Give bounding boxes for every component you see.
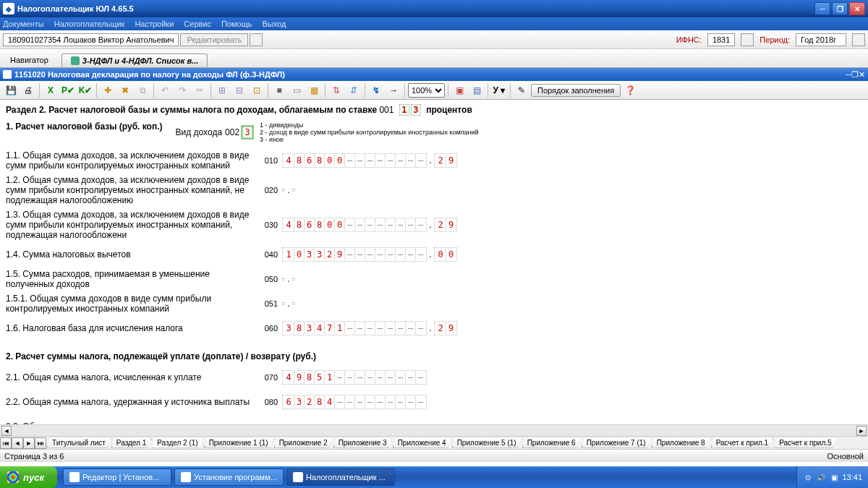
tray-icon-1[interactable]: ⊙ — [803, 472, 813, 482]
digit-cell[interactable]: – — [375, 249, 385, 260]
digit-cell[interactable]: – — [405, 249, 415, 260]
digit-cell[interactable]: – — [375, 396, 385, 408]
sheet-tab[interactable]: Приложение 7 (1) — [582, 438, 651, 448]
start-button[interactable]: пуск — [0, 466, 57, 488]
digit-cell[interactable]: – — [365, 155, 375, 166]
digit-cell[interactable]: – — [395, 155, 405, 166]
digit-cell[interactable]: – — [365, 372, 375, 383]
copy-icon[interactable]: ⧉ — [135, 82, 150, 98]
next-icon[interactable]: → — [386, 82, 401, 98]
digit-cell[interactable]: – — [354, 249, 365, 260]
prev-tab-button[interactable]: ◄ — [12, 437, 23, 449]
digit-cell[interactable]: – — [375, 219, 385, 231]
menu-exit[interactable]: Выход — [263, 20, 286, 28]
doc-minimize-button[interactable]: ─ — [846, 70, 851, 79]
period-value[interactable]: Год 2018г — [796, 33, 846, 46]
digit-cell[interactable]: 3 — [304, 322, 314, 334]
rate-cell-2[interactable]: 3 — [411, 104, 421, 116]
check-k-icon[interactable]: K✔ — [77, 82, 93, 98]
digit-cell[interactable]: – — [344, 396, 354, 408]
zoom-select[interactable]: 100% — [408, 83, 445, 98]
sheet-tab[interactable]: Раздел 2 (1) — [152, 438, 203, 448]
sheet-tab[interactable]: Раздел 1 — [111, 438, 151, 448]
menu-settings[interactable]: Настройки — [135, 20, 174, 28]
y-icon[interactable]: У ▾ — [491, 82, 507, 98]
digit-cell[interactable]: 8 — [304, 372, 314, 383]
digit-cell[interactable]: – — [344, 322, 354, 334]
doc-close-button[interactable]: ✕ — [859, 70, 865, 80]
digit-cell[interactable]: – — [385, 219, 395, 231]
digit-cell[interactable]: 9 — [446, 155, 456, 166]
digit-cell[interactable]: 4 — [324, 396, 334, 408]
digit-cell[interactable]: 2 — [324, 249, 334, 260]
remove-icon[interactable]: ✖ — [117, 82, 133, 98]
digit-cell[interactable]: – — [395, 396, 405, 408]
digit-cell[interactable]: – — [365, 396, 375, 408]
digit-cell[interactable]: 3 — [304, 249, 314, 260]
help-icon[interactable]: ❓ — [622, 82, 638, 98]
tree1-icon[interactable]: ⊞ — [214, 82, 230, 98]
sort-icon[interactable]: ⇅ — [328, 82, 344, 98]
tree3-icon[interactable]: ⊡ — [249, 82, 265, 98]
redo-icon[interactable]: ↷ — [174, 82, 190, 98]
digit-cell[interactable]: – — [395, 322, 405, 334]
digit-cell[interactable]: 8 — [314, 155, 324, 166]
digit-cell[interactable]: 9 — [334, 249, 344, 260]
taskbar-task[interactable]: Налогоплательщик ... — [286, 468, 395, 486]
system-tray[interactable]: ⊙ 🔊 ▣ 13:41 — [796, 466, 868, 488]
sheet-tab[interactable]: Приложение 1 (1) — [204, 438, 273, 448]
digit-cell[interactable]: – — [354, 372, 365, 383]
save-icon[interactable]: 💾 — [3, 82, 19, 98]
digit-cell[interactable]: 6 — [304, 155, 314, 166]
digit-cell[interactable]: – — [375, 372, 385, 383]
digit-cell[interactable]: 9 — [446, 219, 456, 231]
digit-cell[interactable]: – — [385, 155, 395, 166]
navigator-label[interactable]: Навигатор — [3, 53, 61, 67]
tab-3ndfl[interactable]: 3-НДФЛ и 4-НДФЛ. Список в... — [61, 53, 208, 67]
digit-cell[interactable]: 3 — [294, 396, 304, 408]
digit-cell[interactable]: – — [344, 372, 354, 383]
ifns-picker[interactable] — [741, 33, 754, 46]
block1-icon[interactable]: ■ — [271, 82, 287, 98]
digit-cell[interactable]: 3 — [284, 322, 294, 334]
digit-cell[interactable]: – — [405, 219, 415, 231]
sheet-tab[interactable]: Приложение 8 — [652, 438, 710, 448]
digit-cell[interactable]: 0 — [294, 249, 304, 260]
digit-cell[interactable]: 7 — [324, 322, 334, 334]
digit-cell[interactable]: – — [365, 249, 375, 260]
digit-cell[interactable]: 8 — [294, 155, 304, 166]
digit-cell[interactable]: – — [415, 372, 425, 383]
digit-cell[interactable]: 6 — [284, 396, 294, 408]
find-icon[interactable]: ↯ — [368, 82, 384, 98]
digit-cell[interactable]: – — [365, 219, 375, 231]
menu-help[interactable]: Помощь — [221, 20, 252, 28]
digit-cell[interactable]: 9 — [446, 322, 456, 334]
digit-cell[interactable]: 2 — [304, 396, 314, 408]
digit-cell[interactable]: – — [344, 249, 354, 260]
digit-cell[interactable]: – — [405, 372, 415, 383]
view1-icon[interactable]: ▣ — [451, 82, 467, 98]
maximize-button[interactable]: ❐ — [832, 2, 848, 15]
digit-cell[interactable]: 3 — [314, 249, 324, 260]
digit-cell[interactable]: 1 — [324, 372, 334, 383]
vid-value-cell[interactable]: 3 — [242, 127, 252, 138]
digit-cell[interactable]: – — [385, 372, 395, 383]
digit-cell[interactable]: 0 — [334, 219, 344, 231]
rate-cell-1[interactable]: 1 — [399, 104, 409, 116]
digit-cell[interactable]: – — [354, 322, 365, 334]
ifns-value[interactable]: 1831 — [707, 33, 735, 46]
sheet-tab[interactable]: Приложение 5 (1) — [452, 438, 522, 448]
digit-cell[interactable]: – — [415, 396, 425, 408]
digit-cell[interactable]: 2 — [435, 322, 446, 334]
view2-icon[interactable]: ▤ — [469, 82, 485, 98]
digit-cell[interactable]: 5 — [314, 372, 324, 383]
print-icon[interactable]: 🖨 — [20, 82, 36, 98]
digit-cell[interactable]: – — [415, 219, 425, 231]
horizontal-scrollbar[interactable]: ◄ ► — [0, 424, 868, 436]
digit-cell[interactable]: 0 — [446, 249, 456, 260]
digit-cell[interactable]: – — [415, 322, 425, 334]
digit-cell[interactable]: 1 — [284, 249, 294, 260]
scroll-left-icon[interactable]: ◄ — [1, 426, 12, 436]
digit-cell[interactable]: 0 — [324, 219, 334, 231]
menu-documents[interactable]: Документы — [3, 20, 44, 28]
